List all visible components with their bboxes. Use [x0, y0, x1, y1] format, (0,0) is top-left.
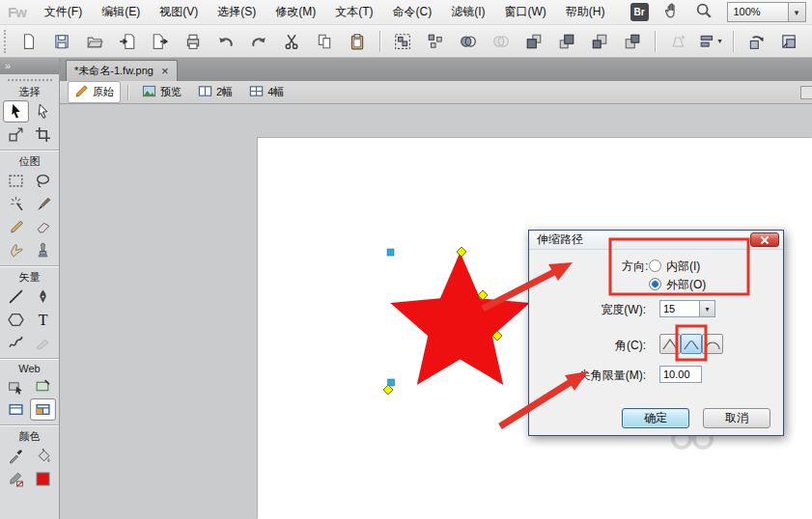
panel-collapse-header[interactable]: » [0, 58, 59, 74]
inside-radio[interactable] [649, 260, 661, 272]
tab-preview[interactable]: 预览 [135, 81, 188, 103]
crop-tool[interactable] [30, 123, 56, 146]
brush-tool[interactable] [30, 193, 56, 215]
menu-item[interactable]: 命令(C) [383, 0, 442, 24]
close-button[interactable] [750, 232, 779, 247]
text-tool[interactable]: T [30, 309, 56, 331]
miter-limit-input[interactable] [659, 366, 702, 383]
eraser-tool[interactable] [30, 216, 56, 238]
tab-original[interactable]: 原始 [68, 81, 121, 103]
zoom-dropdown-icon[interactable]: ▾ [788, 3, 805, 21]
save-icon[interactable] [50, 30, 73, 53]
bring-to-front-icon[interactable] [522, 30, 546, 53]
send-to-back-icon[interactable] [621, 30, 644, 53]
rubber-stamp-tool[interactable] [30, 239, 56, 261]
outside-radio-label[interactable]: 外部(O) [666, 278, 706, 291]
line-tool[interactable] [3, 286, 29, 308]
tools-section-label: 矢量 [0, 270, 59, 285]
export-icon[interactable] [149, 30, 172, 53]
freeform-tool[interactable] [3, 332, 29, 354]
fill-color-tool[interactable] [30, 468, 56, 490]
undo-icon[interactable] [214, 30, 238, 53]
paste-icon[interactable] [346, 30, 369, 53]
join-icon[interactable] [457, 30, 480, 53]
pointer-tool[interactable] [3, 100, 29, 123]
lasso-tool[interactable] [30, 170, 56, 192]
menu-item[interactable]: 滤镜(I) [441, 0, 494, 24]
width-dropdown-icon[interactable]: ▾ [699, 300, 715, 317]
copy-icon[interactable] [313, 30, 336, 53]
redo-icon[interactable] [247, 30, 270, 53]
scale-tool[interactable] [3, 123, 29, 146]
tools-section-label: 位图 [0, 154, 59, 169]
menu-item[interactable]: 帮助(H) [556, 0, 615, 24]
zoom-level-select[interactable]: 100% ▾ [727, 2, 806, 22]
import-icon[interactable] [116, 30, 139, 53]
slice-tool[interactable] [30, 375, 56, 397]
rotate-90-icon[interactable] [744, 30, 768, 53]
document-tab[interactable]: *未命名-1.fw.png × [66, 60, 178, 81]
menu-item[interactable]: 文本(T) [325, 0, 382, 24]
show-slices-tool[interactable] [30, 398, 56, 421]
pencil-edit-icon [74, 84, 89, 100]
path-handle-diamond[interactable] [383, 385, 393, 395]
inside-radio-label[interactable]: 内部(I) [666, 260, 700, 273]
width-label: 宽度(W): [577, 303, 646, 316]
tab-four-up[interactable]: 4幅 [242, 81, 291, 103]
cut-icon[interactable] [280, 30, 303, 53]
menu-item[interactable]: 选择(S) [208, 0, 266, 24]
menu-item[interactable]: 文件(F) [35, 0, 92, 24]
bring-forward-icon[interactable] [555, 30, 578, 53]
stroke-color-tool[interactable] [3, 468, 29, 490]
pencil-tool[interactable] [3, 216, 29, 238]
object-handle-square[interactable] [387, 249, 394, 256]
eyedropper-tool[interactable] [3, 445, 29, 467]
hand-icon[interactable] [663, 2, 681, 22]
tab-four-up-label: 4幅 [267, 85, 284, 99]
menu-item[interactable]: 窗口(W) [495, 0, 556, 24]
tab-two-up[interactable]: 2幅 [191, 81, 239, 103]
panel-toggle-icon[interactable] [800, 86, 812, 99]
zoom-tool-icon[interactable] [695, 2, 713, 22]
corner-bevel-button[interactable] [702, 334, 723, 354]
send-backward-icon[interactable] [588, 30, 611, 53]
dialog-title-bar[interactable]: 伸缩路径 [529, 231, 783, 250]
transform-icon[interactable] [666, 30, 689, 53]
hide-slices-tool[interactable] [3, 398, 29, 421]
ok-button[interactable]: 确定 [622, 408, 689, 428]
menu-item[interactable]: 修改(M) [266, 0, 325, 24]
corner-miter-button[interactable] [659, 334, 681, 354]
cancel-button[interactable]: 取消 [703, 408, 770, 428]
tool-sections: 选择位图矢量TWeb颜色 [0, 85, 59, 494]
tab-close-icon[interactable]: × [161, 65, 169, 77]
ungroup-icon[interactable] [424, 30, 447, 53]
print-icon[interactable] [182, 30, 205, 53]
group-icon[interactable] [391, 30, 414, 53]
paint-bucket-tool[interactable] [30, 445, 56, 467]
path-handle-diamond[interactable] [457, 247, 466, 257]
open-icon[interactable] [83, 30, 106, 53]
smudge-tool[interactable] [3, 239, 29, 261]
outside-radio[interactable] [649, 278, 661, 290]
pen-tool[interactable] [30, 286, 56, 308]
tools-section: 位图 [0, 150, 59, 265]
menu-item[interactable]: 视图(V) [150, 0, 208, 24]
shape-tool[interactable] [3, 309, 29, 331]
hotspot-tool[interactable] [3, 375, 29, 397]
star-shape[interactable] [390, 253, 530, 386]
marquee-tool[interactable] [3, 170, 29, 192]
toolbar-grip[interactable] [4, 30, 6, 53]
align-icon[interactable]: ▾ [699, 30, 722, 53]
split-icon[interactable] [490, 30, 513, 53]
bridge-icon[interactable]: Br [630, 3, 649, 21]
fit-canvas-icon[interactable] [777, 30, 800, 53]
knife-tool[interactable] [30, 332, 56, 354]
corner-round-button[interactable] [681, 334, 702, 354]
magic-wand-tool[interactable] [3, 193, 29, 215]
width-input[interactable] [659, 300, 700, 317]
menu-bar: Fw 文件(F)编辑(E)视图(V)选择(S)修改(M)文本(T)命令(C)滤镜… [0, 0, 812, 25]
menu-item[interactable]: 编辑(E) [92, 0, 150, 24]
new-file-icon[interactable] [17, 30, 41, 53]
panel-drag-handle[interactable] [8, 79, 52, 83]
subselection-tool[interactable] [30, 100, 56, 123]
